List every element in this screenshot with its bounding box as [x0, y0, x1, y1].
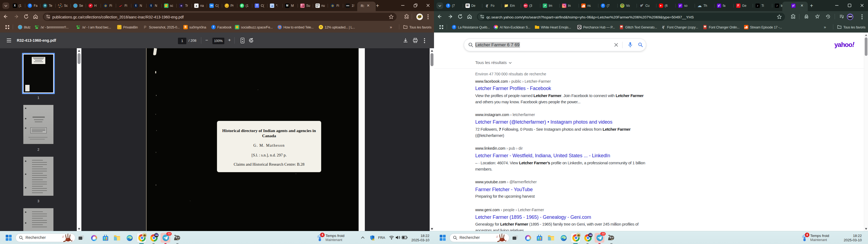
- svg-text:♪: ♪: [72, 239, 73, 242]
- svg-text:♫: ♫: [496, 235, 498, 238]
- svg-text:!: !: [373, 238, 373, 240]
- svg-text:♫: ♫: [62, 235, 64, 238]
- svg-text:♪: ♪: [506, 239, 507, 242]
